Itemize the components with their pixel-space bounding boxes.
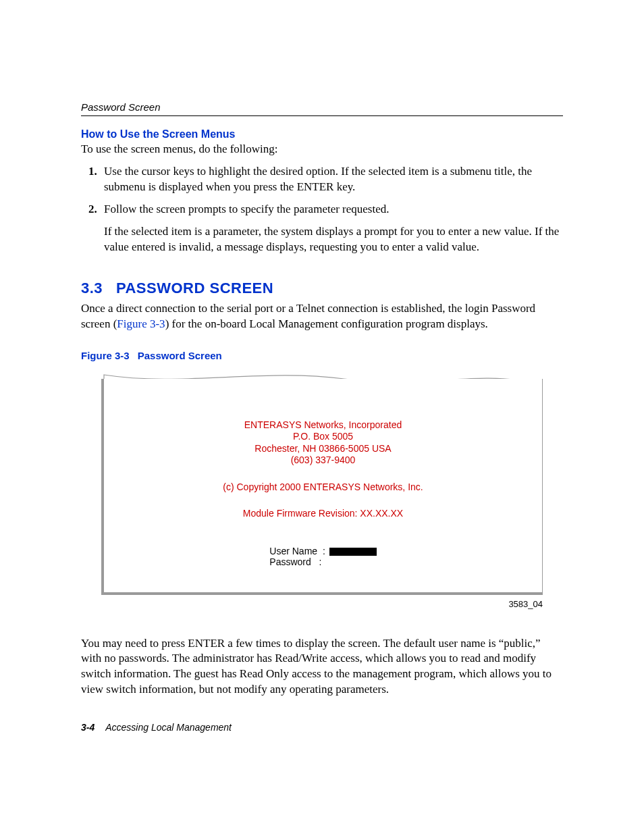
login-block: User Name : Password : — [269, 546, 376, 567]
username-label: User Name : — [269, 546, 325, 556]
password-row: Password : — [269, 556, 376, 567]
step-2-sub: If the selected item is a parameter, the… — [104, 224, 563, 255]
password-label: Password : — [269, 556, 321, 567]
terminal-content: ENTERASYS Networks, Incorporated P.O. Bo… — [104, 419, 542, 567]
after-figure-paragraph: You may need to press ENTER a few times … — [81, 636, 563, 698]
company-block: ENTERASYS Networks, Incorporated P.O. Bo… — [104, 419, 542, 467]
figure-caption: Figure 3-3Password Screen — [81, 350, 563, 361]
company-phone: (603) 337-9400 — [104, 454, 542, 467]
terminal-frame: ENTERASYS Networks, Incorporated P.O. Bo… — [101, 379, 543, 595]
subsection-intro: To use the screen menus, do the followin… — [81, 142, 563, 157]
figure-label: Figure 3-3 — [81, 350, 130, 361]
step-2-text: Follow the screen prompts to specify the… — [104, 203, 390, 215]
copyright-line: (c) Copyright 2000 ENTERASYS Networks, I… — [104, 481, 542, 494]
username-row: User Name : — [269, 546, 376, 556]
cursor-icon — [329, 548, 377, 556]
page-number: 3-4 — [81, 722, 95, 733]
company-name: ENTERASYS Networks, Incorporated — [104, 419, 542, 432]
figure-name: Password Screen — [138, 350, 222, 361]
firmware-line: Module Firmware Revision: XX.XX.XX — [104, 508, 542, 520]
figure-crossref-link[interactable]: Figure 3-3 — [117, 317, 165, 330]
subsection-title: How to Use the Screen Menus — [81, 128, 563, 140]
section-paragraph-1: Once a direct connection to the serial p… — [81, 301, 563, 332]
step-list: Use the cursor keys to highlight the des… — [81, 164, 563, 255]
terminal-figure: ENTERASYS Networks, Incorporated P.O. Bo… — [101, 372, 543, 595]
section-heading: 3.3 PASSWORD SCREEN — [81, 280, 563, 297]
page-footer: 3-4Accessing Local Management — [81, 722, 232, 733]
section-number: 3.3 — [81, 280, 103, 296]
section-p1b: ) for the on-board Local Management conf… — [165, 317, 488, 330]
step-1-text: Use the cursor keys to highlight the des… — [104, 165, 532, 193]
document-page: Password Screen How to Use the Screen Me… — [0, 0, 644, 834]
step-1: Use the cursor keys to highlight the des… — [100, 164, 563, 195]
company-address: Rochester, NH 03866-5005 USA — [104, 443, 542, 455]
chapter-name: Accessing Local Management — [105, 722, 232, 733]
running-header: Password Screen — [81, 101, 563, 116]
step-2: Follow the screen prompts to specify the… — [100, 202, 563, 255]
company-pobox: P.O. Box 5005 — [104, 431, 542, 443]
section-title: PASSWORD SCREEN — [116, 280, 273, 296]
figure-id: 3583_04 — [81, 599, 543, 609]
